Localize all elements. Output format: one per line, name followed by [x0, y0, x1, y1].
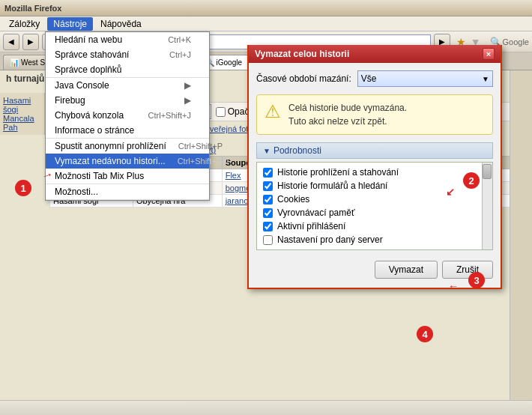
clear-history-dialog: Vymazat celou historii × Časové období m…: [247, 45, 502, 289]
dialog-body: Časové období mazání: Vše ▼ ⚠ Celá histo…: [249, 63, 501, 288]
tools-dropdown-menu: Hledání na webu Ctrl+K Správce stahování…: [45, 31, 210, 201]
annotation-4: 4: [417, 326, 433, 342]
checkbox-login-label: Aktivní přihlášení: [277, 221, 345, 231]
checkbox-cache: Vyrovnávací paměť: [260, 206, 489, 219]
forward-button[interactable]: ▶: [22, 34, 39, 50]
menu-page-info[interactable]: Informace o stránce: [46, 123, 209, 138]
menu-tab-mix-plus[interactable]: Možnosti Tab Mix Plus: [46, 169, 209, 184]
time-period-select[interactable]: Vše ▼: [357, 70, 493, 87]
confirm-button[interactable]: Vymazat: [375, 261, 438, 279]
annotation-2: 2: [463, 172, 480, 189]
search-label: Google: [503, 37, 529, 46]
menu-search-web[interactable]: Hledání na webu Ctrl+K: [46, 32, 209, 47]
checkbox-cache-label: Vyrovnávací paměť: [277, 208, 354, 218]
annotation-3: 3: [468, 272, 485, 288]
checkbox-server: Nastavení pro daný server: [260, 233, 489, 246]
annotation-1: 1: [15, 180, 31, 196]
menu-tools[interactable]: Nástroje: [47, 17, 93, 31]
time-period-value: Vše: [361, 73, 377, 84]
accordion-arrow: ▼: [263, 147, 270, 155]
checkbox-cookies-label: Cookies: [277, 194, 309, 205]
warning-box: ⚠ Celá historie bude vymazána. Tuto akci…: [256, 94, 493, 135]
checkbox-history: Historie prohlížení a stahování: [260, 166, 489, 179]
menu-download-manager[interactable]: Správce stahování Ctrl+J: [46, 47, 209, 62]
dropdown-section-2: Java Console ▶ Firebug ▶ Chybová konzola…: [46, 78, 209, 139]
checkbox-cache-input[interactable]: [263, 208, 273, 218]
tab-igoogle-label: iGoogle: [217, 58, 242, 67]
menubar: Záložky Nástroje Nápověda: [0, 16, 532, 31]
dialog-box: Vymazat celou historii × Časové období m…: [247, 45, 502, 289]
menu-help[interactable]: Nápověda: [94, 17, 148, 31]
checkbox-forms-input[interactable]: [263, 181, 273, 191]
checkbox-cookies-input[interactable]: [263, 195, 273, 205]
warning-icon: ⚠: [265, 101, 281, 122]
checkbox-login-input[interactable]: [263, 222, 273, 231]
checkbox-history-label: Historie prohlížení a stahování: [277, 167, 399, 178]
firebug-arrow: ▶: [184, 95, 191, 106]
dropdown-section-3: Spustit anonymní prohlížení Ctrl+Shift+P…: [46, 139, 209, 184]
menu-addon-manager[interactable]: Správce doplňků: [46, 62, 209, 77]
checkbox-list-scrollbar[interactable]: [482, 163, 492, 249]
dropdown-section-1: Hledání na webu Ctrl+K Správce stahování…: [46, 32, 209, 78]
menu-private-browsing[interactable]: Spustit anonymní prohlížení Ctrl+Shift+P: [46, 139, 209, 154]
menu-options[interactable]: Možnosti...: [46, 184, 209, 199]
dialog-titlebar: Vymazat celou historii ×: [249, 45, 501, 63]
scrollbar-thumb: [483, 164, 492, 179]
java-console-arrow: ▶: [184, 80, 191, 91]
back-button[interactable]: ◀: [3, 34, 19, 50]
browser-titlebar: Mozilla Firefox: [0, 0, 532, 16]
checkbox-list: Historie prohlížení a stahování Historie…: [256, 162, 493, 250]
dialog-buttons: Vymazat Zrušit: [256, 258, 493, 280]
status-bar: [0, 400, 532, 415]
menu-clear-history[interactable]: Vymazat nedávnou histori... Ctrl+Shift+D…: [46, 154, 209, 169]
checkbox-forms: Historie formulářů a hledání: [260, 179, 489, 193]
checkbox-login: Aktivní přihlášení: [260, 219, 489, 233]
checkbox-server-input[interactable]: [263, 235, 273, 245]
checkbox-history-input[interactable]: [263, 168, 273, 178]
menu-firebug[interactable]: Firebug ▶: [46, 93, 209, 108]
browser-title: Mozilla Firefox: [4, 4, 61, 13]
accordion-label: Podrobnosti: [273, 145, 321, 156]
dropdown-section-4: Možnosti...: [46, 184, 209, 200]
dialog-title: Vymazat celou historii: [255, 49, 349, 59]
warning-text: Celá historie bude vymazána. Tuto akci n…: [288, 101, 407, 128]
checkbox-server-label: Nastavení pro daný server: [277, 234, 383, 245]
checkbox-cookies: Cookies: [260, 193, 489, 206]
dialog-close-button[interactable]: ×: [483, 48, 495, 60]
sidebar-mancala[interactable]: Mancala: [3, 114, 41, 123]
sidebar-hasami[interactable]: Hasami šogi: [3, 96, 41, 114]
time-period-row: Časové období mazání: Vše ▼: [256, 70, 493, 87]
time-period-arrow: ▼: [482, 75, 489, 83]
arrow-to-cache: ←: [448, 280, 459, 292]
sidebar-pah[interactable]: Pah: [3, 123, 41, 132]
menu-java-console[interactable]: Java Console ▶: [46, 78, 209, 93]
checkbox-forms-label: Historie formulářů a hledání: [277, 181, 387, 191]
time-period-label: Časové období mazání:: [256, 73, 351, 84]
arrow-to-warning: ↙: [446, 186, 455, 198]
menu-bookmarks[interactable]: Záložky: [3, 17, 46, 31]
details-accordion[interactable]: ▼ Podrobnosti: [256, 142, 493, 159]
menu-error-console[interactable]: Chybová konzola Ctrl+Shift+J: [46, 108, 209, 123]
cancel-button[interactable]: Zrušit: [442, 261, 493, 279]
